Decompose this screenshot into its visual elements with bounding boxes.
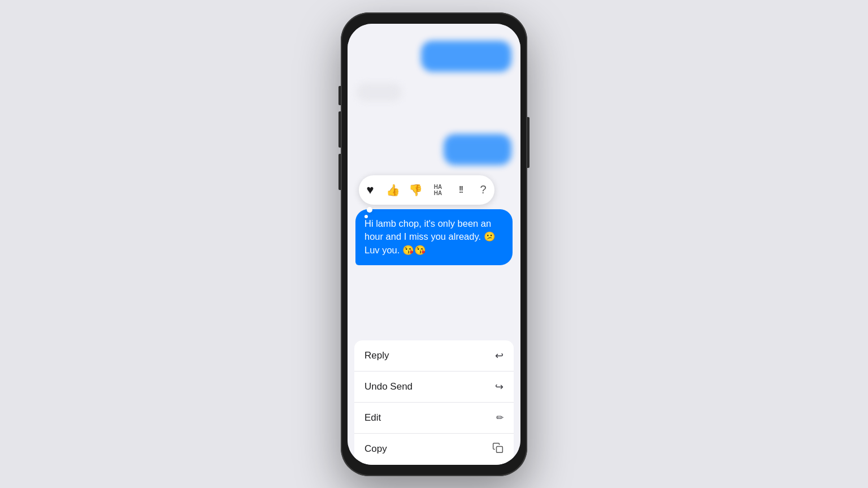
menu-item-copy[interactable]: Copy xyxy=(354,434,514,465)
reaction-bar: ♥ 👍 👎 HA HA !! ? xyxy=(359,175,494,205)
reaction-thumbup[interactable]: 👍 xyxy=(384,181,402,199)
phone-frame: ♥ 👍 👎 HA HA !! ? xyxy=(341,12,527,476)
reply-icon: ↩ xyxy=(495,349,504,362)
reaction-emphasis[interactable]: !! xyxy=(452,181,470,199)
menu-item-edit[interactable]: Edit ✏ xyxy=(354,403,514,434)
context-menu: Reply ↩ Undo Send ↩ Edit ✏ Copy xyxy=(354,340,514,465)
volume-mute-button xyxy=(338,86,341,105)
menu-undo-label: Undo Send xyxy=(364,381,413,392)
blurred-messages xyxy=(348,24,520,171)
reaction-question[interactable]: ? xyxy=(474,181,492,199)
undo-icon: ↩ xyxy=(495,381,504,393)
menu-item-undo-send[interactable]: Undo Send ↩ xyxy=(354,372,514,403)
chat-area: ♥ 👍 👎 HA HA !! ? xyxy=(348,24,520,465)
reaction-heart[interactable]: ♥ xyxy=(361,181,379,199)
reaction-tail-small xyxy=(364,215,368,218)
volume-up-button xyxy=(338,111,341,148)
message-bubble: Hi lamb chop, it's only been an hour and… xyxy=(355,209,513,266)
volume-down-button xyxy=(338,154,341,190)
menu-edit-label: Edit xyxy=(364,412,381,424)
menu-item-reply[interactable]: Reply ↩ xyxy=(354,340,514,372)
blurred-received-message-1 xyxy=(357,83,402,101)
reaction-tail-large xyxy=(367,207,372,213)
menu-reply-label: Reply xyxy=(364,350,389,361)
reaction-haha[interactable]: HA HA xyxy=(429,181,447,199)
blurred-sent-message-2 xyxy=(444,134,511,165)
phone-screen: ♥ 👍 👎 HA HA !! ? xyxy=(348,24,520,465)
edit-icon: ✏ xyxy=(496,412,504,423)
reaction-thumbdown[interactable]: 👎 xyxy=(406,181,424,199)
power-button xyxy=(527,117,530,168)
svg-rect-0 xyxy=(497,446,503,452)
menu-copy-label: Copy xyxy=(364,443,387,455)
blurred-sent-message-1 xyxy=(421,41,511,72)
copy-icon xyxy=(492,442,504,456)
message-text: Hi lamb chop, it's only been an hour and… xyxy=(364,218,496,256)
